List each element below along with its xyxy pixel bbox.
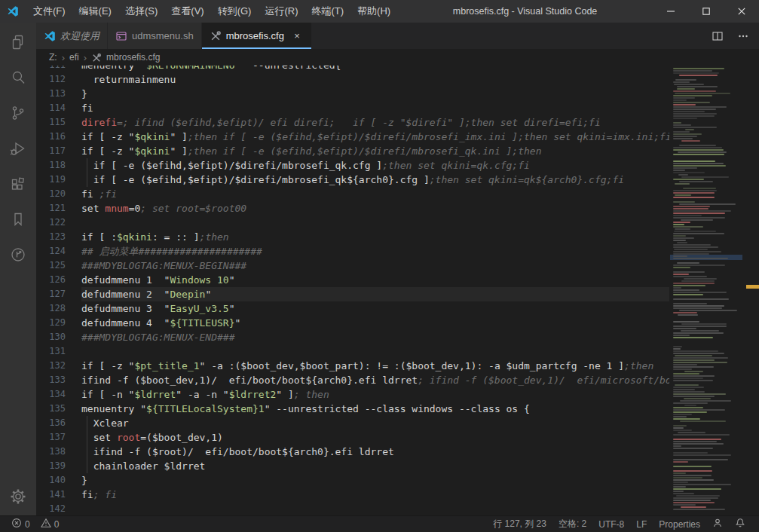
line-number: 132 — [36, 359, 81, 373]
line-content: Xclear — [81, 416, 669, 430]
code-line[interactable]: 118 if [ -e ($efihd,$efipt)/$direfi/mbro… — [36, 158, 669, 173]
code-line[interactable]: 136 Xclear — [36, 416, 669, 430]
editor: 111menuentry "$RETURNMAINMENU" --unrestr… — [36, 66, 759, 515]
menu-item-6[interactable]: 运行(R) — [258, 0, 305, 23]
minimap-line — [678, 174, 688, 176]
code-line[interactable]: 122 — [36, 216, 669, 230]
code-line[interactable]: 142 — [36, 502, 669, 515]
tab-mbrosefis.cfg[interactable]: mbrosefis.cfg× — [202, 23, 312, 49]
code-line[interactable]: 128defudmmenu 3 "EasyU_v3.5" — [36, 301, 669, 316]
code-line[interactable]: 119 if [ -e ($efihd,$efipt)/$direfi/mbro… — [36, 173, 669, 187]
code-line[interactable]: 131 — [36, 344, 669, 359]
minimap-line — [673, 199, 742, 200]
code-line[interactable]: 124## 启动菜单##################### — [36, 244, 669, 258]
breadcrumb-segment[interactable]: efi — [68, 52, 81, 63]
minimap-line — [675, 183, 689, 185]
breadcrumb-segment[interactable]: Z: — [47, 52, 59, 63]
code-line[interactable]: 116if [ -z "$qkini" ];then if [ -e ($efi… — [36, 130, 669, 144]
status-item-4[interactable]: LF — [630, 516, 653, 532]
breadcrumb: Z:›efi›mbrosefis.cfg — [36, 49, 759, 66]
menu-item-1[interactable]: 文件(F) — [26, 0, 72, 23]
status-error[interactable]: 0 — [8, 516, 34, 532]
code-line[interactable]: 114fi — [36, 101, 669, 115]
menu-item-3[interactable]: 选择(S) — [118, 0, 164, 23]
minimap-line — [673, 185, 742, 187]
token: $ldrret — [134, 389, 176, 400]
minimap-line — [673, 289, 699, 291]
code-line[interactable]: 121set mnum=0; set root=$root00 — [36, 201, 669, 216]
status-item-5[interactable]: Properties — [653, 516, 706, 532]
code-line[interactable]: 139 chainloader $ldrret — [36, 459, 669, 473]
window-title: mbrosefis.cfg - Visual Studio Code — [397, 6, 653, 17]
line-content: if [ :$qkini: = :: ];then — [81, 230, 669, 244]
code-area[interactable]: 111menuentry "$RETURNMAINMENU" --unrestr… — [36, 66, 669, 515]
line-content — [81, 216, 669, 230]
maximize-button[interactable] — [688, 0, 724, 23]
minimap-line — [673, 454, 731, 456]
activity-git-history-button[interactable] — [0, 238, 36, 274]
tab-label: 欢迎使用 — [60, 29, 99, 43]
activity-settings-gear-button[interactable] — [0, 480, 36, 515]
token: " ] — [276, 389, 293, 400]
breadcrumb-segment[interactable]: mbrosefis.cfg — [105, 52, 161, 63]
activity-run-debug-button[interactable] — [0, 132, 36, 167]
code-line[interactable]: 112 returnmainmenu — [36, 72, 669, 87]
tab-udmsmenu.sh[interactable]: udmsmenu.sh — [108, 23, 202, 49]
code-line[interactable]: 134if [ -n "$ldrret" -a -n "$ldrret2" ];… — [36, 387, 669, 402]
overview-ruler[interactable] — [742, 66, 759, 515]
activity-search-button[interactable] — [0, 61, 36, 96]
menu-item-2[interactable]: 编辑(E) — [72, 0, 118, 23]
code-line[interactable]: 127defudmmenu 2 "Deepin" — [36, 287, 669, 301]
tab-close-button[interactable]: × — [290, 29, 304, 43]
code-line[interactable]: 137 set root=($boot_dev,1) — [36, 430, 669, 445]
minimap-line — [673, 118, 697, 119]
code-line[interactable]: 115direfi=; ifind ($efihd,$efipt)/ efi d… — [36, 115, 669, 130]
minimap-line — [677, 262, 699, 264]
line-content: if [ -e ($efihd,$efipt)/$direfi/mbrosefi… — [81, 158, 669, 173]
code-line[interactable]: 123if [ :$qkini: = :: ];then — [36, 230, 669, 244]
line-content: set mnum=0; set root=$root00 — [81, 201, 669, 216]
code-line[interactable]: 138 ifind -f ($root)/ efi/boot/boot${arc… — [36, 445, 669, 459]
code-line[interactable]: 129defudmmenu 4 "${TITLEUSR}" — [36, 316, 669, 330]
tab-欢迎使用[interactable]: 欢迎使用 — [36, 23, 108, 49]
activity-explorer-button[interactable] — [0, 26, 36, 61]
line-content: defudmmenu 3 "EasyU_v3.5" — [81, 301, 669, 316]
close-button[interactable] — [724, 0, 759, 23]
code-line[interactable]: 135menuentry "${TITLELocalSystem}1" --un… — [36, 402, 669, 416]
code-line[interactable]: 140} — [36, 473, 669, 488]
status-item-3[interactable]: UTF-8 — [592, 516, 630, 532]
minimap-line — [673, 353, 724, 354]
minimap-line — [683, 188, 716, 189]
status-bell[interactable] — [729, 516, 751, 532]
line-number: 126 — [36, 273, 81, 287]
activity-extensions-button[interactable] — [0, 167, 36, 203]
more-actions-button[interactable] — [735, 28, 751, 44]
token: ## 启动菜单##################### — [81, 246, 262, 257]
code-line[interactable]: 126defudmmenu 1 "Windows 10" — [36, 273, 669, 287]
activity-source-control-button[interactable] — [0, 96, 36, 132]
menu-item-5[interactable]: 转到(G) — [211, 0, 259, 23]
code-line[interactable]: 120fi ;fi — [36, 187, 669, 201]
status-warning[interactable]: 0 — [37, 516, 63, 532]
minimize-button[interactable] — [653, 0, 688, 23]
code-line[interactable]: 117if [ -z "$qkini" ];then if [ -e ($efi… — [36, 144, 669, 158]
minimap-line — [673, 287, 681, 289]
menu-item-8[interactable]: 帮助(H) — [350, 0, 397, 23]
status-item-2[interactable]: 空格: 2 — [552, 516, 592, 532]
token: if [ -z " — [81, 131, 134, 142]
split-editor-button[interactable] — [709, 28, 726, 44]
activity-bookmarks-button[interactable] — [0, 203, 36, 238]
code-line[interactable]: 125###MDYBLOGTAG:MENUX-BEGIN### — [36, 258, 669, 273]
code-line[interactable]: 113} — [36, 87, 669, 101]
menu-item-7[interactable]: 终端(T) — [305, 0, 350, 23]
minimap[interactable] — [669, 66, 742, 515]
code-line[interactable]: 141fi; fi — [36, 488, 669, 502]
token: $qkini — [134, 131, 170, 142]
status-feedback[interactable] — [706, 516, 729, 532]
code-line[interactable]: 130###MDYBLOGTAG:MENUX-END### — [36, 330, 669, 344]
menu-item-4[interactable]: 查看(V) — [164, 0, 210, 23]
code-line[interactable]: 133ifind -f ($boot_dev,1)/ efi/boot/boot… — [36, 373, 669, 387]
status-item-1[interactable]: 行 127, 列 23 — [487, 516, 552, 532]
code-line[interactable]: 132if [ -z "$pt_title_1" -a :($boot_dev,… — [36, 359, 669, 373]
code-line[interactable]: 111menuentry "$RETURNMAINMENU" --unrestr… — [36, 66, 669, 72]
